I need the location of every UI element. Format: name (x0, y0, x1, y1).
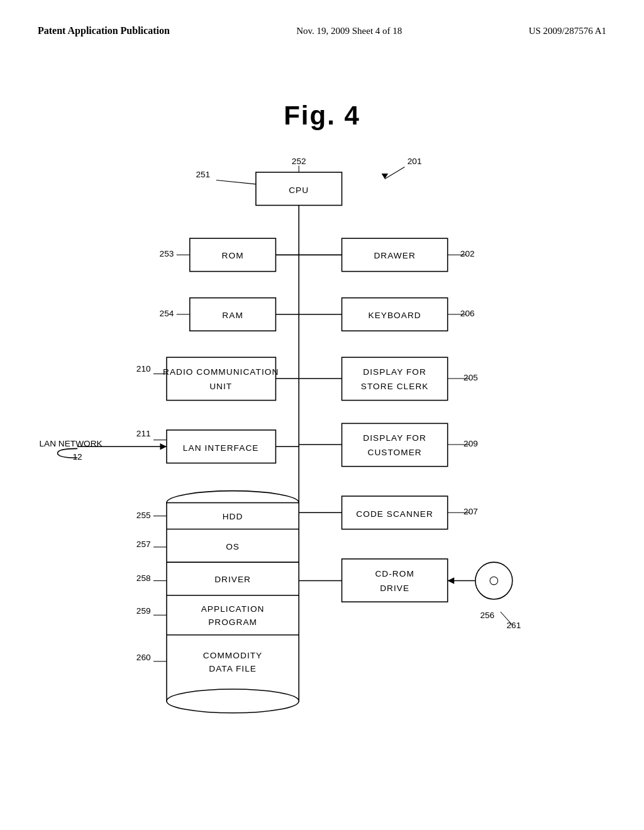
display-customer-label-1: DISPLAY FOR (363, 433, 426, 443)
svg-marker-40 (448, 577, 455, 584)
ref-201: 201 (408, 157, 422, 166)
application-label-2: PROGRAM (208, 617, 257, 627)
svg-line-3 (216, 180, 256, 184)
ref-253: 253 (160, 250, 174, 259)
display-clerk-label-2: STORE CLERK (361, 382, 429, 391)
cpu-label: CPU (289, 185, 309, 195)
hdd-label: HDD (223, 512, 243, 521)
ref-202: 202 (460, 250, 475, 259)
ref-209: 209 (464, 439, 478, 448)
cdrom-label-2: DRIVE (380, 584, 409, 593)
ref-12: 12 (72, 452, 82, 462)
svg-point-38 (490, 577, 498, 585)
lan-interface-label: LAN INTERFACE (183, 443, 259, 453)
ref-260: 260 (136, 653, 151, 662)
application-label-1: APPLICATION (201, 604, 265, 614)
ram-label: RAM (222, 311, 243, 320)
lan-network-label: LAN NETWORK (39, 439, 102, 448)
ref-210: 210 (136, 364, 151, 374)
keyboard-label: KEYBOARD (368, 311, 421, 320)
code-scanner-label: CODE SCANNER (356, 509, 433, 519)
page-header: Patent Application Publication Nov. 19, … (38, 25, 606, 36)
header-date-sheet: Nov. 19, 2009 Sheet 4 of 18 (296, 26, 402, 36)
ref-211: 211 (136, 429, 151, 438)
ref-252: 252 (292, 157, 306, 166)
ref-257: 257 (136, 540, 151, 549)
commodity-label-2: DATA FILE (209, 664, 257, 673)
ref-206: 206 (460, 309, 475, 318)
driver-label: DRIVER (214, 575, 251, 584)
svg-marker-28 (160, 443, 167, 450)
ref-261: 261 (506, 621, 521, 630)
ref-254: 254 (160, 309, 174, 318)
ref-259: 259 (136, 606, 151, 616)
ref-207: 207 (464, 507, 478, 516)
commodity-label-1: COMMODITY (203, 651, 262, 660)
rom-label: ROM (222, 251, 244, 260)
diagram-container: Fig. 4 CPU 252 251 201 ROM 253 DRAWER (38, 101, 606, 767)
display-customer-label-2: CUSTOMER (367, 448, 421, 457)
header-patent-number: US 2009/287576 A1 (529, 26, 606, 36)
ref-251: 251 (196, 170, 210, 179)
svg-line-4 (385, 167, 405, 179)
radio-label-2: UNIT (209, 382, 232, 391)
ref-256: 256 (480, 611, 494, 620)
svg-marker-5 (382, 174, 389, 179)
svg-point-44 (167, 689, 299, 713)
display-clerk-label-1: DISPLAY FOR (363, 367, 426, 377)
header-publication: Patent Application Publication (38, 25, 170, 36)
ref-205: 205 (464, 373, 478, 382)
drawer-label: DRAWER (374, 251, 416, 260)
svg-rect-18 (167, 357, 275, 400)
svg-rect-35 (342, 559, 448, 602)
figure-title: Fig. 4 (38, 101, 606, 131)
ref-258: 258 (136, 573, 151, 583)
svg-rect-21 (342, 357, 448, 400)
os-label: OS (226, 542, 240, 551)
svg-rect-29 (342, 423, 448, 466)
ref-255: 255 (136, 511, 151, 520)
cdrom-label-1: CD-ROM (375, 569, 414, 578)
radio-label-1: RADIO COMMUNICATION (163, 367, 279, 377)
diagram-svg: CPU 252 251 201 ROM 253 DRAWER 202 R (38, 150, 606, 816)
